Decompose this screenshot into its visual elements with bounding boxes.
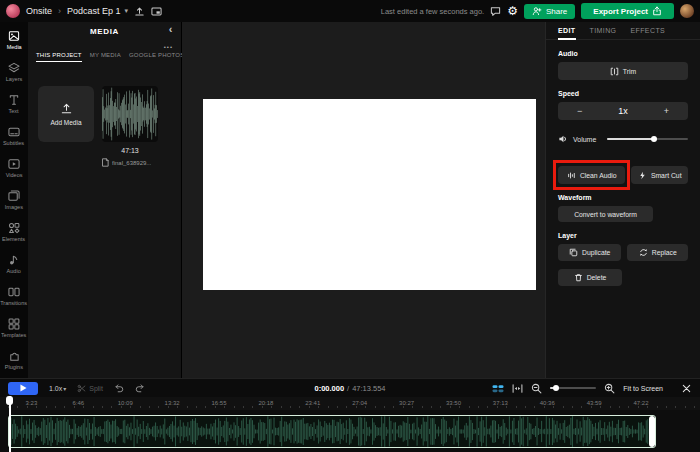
fit-to-screen-button[interactable]: Fit to Screen: [623, 385, 663, 392]
clean-audio-label: Clean Audio: [580, 172, 617, 179]
subtitles-icon: [8, 126, 20, 138]
timeline-ruler[interactable]: 3:236:4610:0913:3216:5520:1823:4127:0430…: [0, 397, 700, 410]
ruler-timestamp: 30:27: [383, 397, 430, 410]
sidebar-item-media[interactable]: Media: [0, 24, 28, 56]
timeline-zoom-slider[interactable]: [550, 387, 596, 389]
zoom-slider-knob[interactable]: [553, 385, 559, 391]
clip-trim-handle[interactable]: [649, 416, 655, 447]
collapse-panel-icon[interactable]: ‹: [169, 24, 173, 35]
sidebar-item-label: Media: [6, 44, 21, 50]
sidebar-item-templates[interactable]: Templates: [0, 312, 28, 344]
media-filename: final_638929...: [112, 160, 151, 166]
media-thumbnail[interactable]: [102, 86, 158, 142]
top-bar: Onsite › Podcast Ep 1 ▾ Last edited a fe…: [0, 0, 700, 22]
trim-button[interactable]: Trim: [558, 62, 688, 80]
sidebar-item-audio[interactable]: Audio: [0, 248, 28, 280]
elements-icon: [8, 222, 20, 234]
tab-edit[interactable]: EDIT: [558, 22, 576, 40]
audio-actions-row: Clean Audio Smart Cut: [558, 166, 688, 184]
zoom-slider-fill: [550, 387, 556, 389]
export-project-button[interactable]: Export Project: [581, 3, 674, 19]
share-button[interactable]: Share: [524, 4, 575, 19]
workspace-avatar[interactable]: [6, 4, 20, 18]
sidebar-item-label: Images: [5, 204, 23, 210]
zoom-in-icon[interactable]: [604, 383, 615, 394]
sidebar-item-label: Layers: [6, 76, 23, 82]
last-edited-status: Last edited a few seconds ago.: [381, 7, 484, 16]
clean-audio-button[interactable]: Clean Audio: [558, 166, 625, 184]
video-preview[interactable]: [203, 99, 536, 290]
speed-decrease-button[interactable]: −: [558, 102, 601, 120]
undo-button[interactable]: [114, 383, 124, 393]
play-button[interactable]: [8, 382, 38, 395]
tab-effects[interactable]: EFFECTS: [630, 22, 665, 39]
ruler-timestamp: 3:23: [8, 397, 55, 410]
publish-icon[interactable]: [134, 6, 145, 17]
zoom-out-icon[interactable]: [531, 383, 542, 394]
media-filename-row: final_638929...: [102, 158, 158, 167]
redo-button[interactable]: [135, 383, 145, 393]
track-lanes-icon[interactable]: [492, 384, 504, 393]
sidebar-item-label: Videos: [6, 172, 23, 178]
file-icon: [102, 158, 109, 167]
export-icon: [652, 6, 662, 16]
split-button[interactable]: Split: [77, 384, 103, 393]
ruler-timestamp: 6:46: [55, 397, 102, 410]
settings-gear-icon[interactable]: ⚙: [507, 5, 518, 17]
replace-button[interactable]: Replace: [627, 244, 688, 261]
sidebar-item-subtitles[interactable]: Subtitles: [0, 120, 28, 152]
tool-sidebar: Media Layers Text Subtitles Videos Image…: [0, 22, 28, 378]
convert-to-waveform-button[interactable]: Convert to waveform: [558, 206, 653, 222]
volume-slider-fill: [607, 138, 654, 140]
resize-canvas-icon[interactable]: [151, 6, 162, 17]
redo-icon: [135, 383, 145, 393]
volume-slider[interactable]: [607, 138, 688, 140]
close-icon[interactable]: [681, 383, 692, 394]
tab-timing[interactable]: TIMING: [590, 22, 617, 39]
sidebar-item-plugins[interactable]: Plugins: [0, 344, 28, 376]
panel-menu-icon[interactable]: •••: [164, 44, 173, 50]
sidebar-item-images[interactable]: Images: [0, 184, 28, 216]
delete-button[interactable]: Delete: [558, 269, 622, 286]
sidebar-item-label: Text: [9, 108, 19, 114]
audio-track-clip[interactable]: [8, 415, 656, 448]
timeline-right-controls: Fit to Screen: [492, 383, 692, 394]
chevron-down-icon: ▾: [63, 385, 66, 392]
sidebar-item-label: Plugins: [5, 364, 23, 370]
project-title[interactable]: Podcast Ep 1: [67, 6, 121, 16]
video-editor-app: Onsite › Podcast Ep 1 ▾ Last edited a fe…: [0, 0, 700, 452]
volume-slider-knob[interactable]: [651, 136, 657, 142]
smart-cut-button[interactable]: Smart Cut: [631, 166, 688, 184]
upload-icon: [60, 102, 73, 115]
scissors-icon: [77, 384, 86, 393]
tab-google-photos[interactable]: GOOGLE PHOTOS: [129, 52, 185, 62]
audio-icon: [8, 254, 20, 266]
speed-stepper: − 1x +: [558, 102, 688, 120]
media-panel-title: MEDIA: [90, 27, 119, 36]
clean-audio-icon: [567, 171, 576, 180]
ruler-timestamp: 27:04: [336, 397, 383, 410]
fit-selection-icon[interactable]: [512, 383, 523, 394]
sidebar-item-elements[interactable]: Elements: [0, 216, 28, 248]
sidebar-item-layers[interactable]: Layers: [0, 56, 28, 88]
speed-increase-button[interactable]: +: [645, 102, 688, 120]
speed-section-label: Speed: [558, 90, 688, 97]
convert-to-waveform-label: Convert to waveform: [574, 211, 637, 218]
duplicate-button[interactable]: Duplicate: [558, 244, 621, 261]
tab-this-project[interactable]: THIS PROJECT: [36, 52, 82, 62]
project-caret-icon[interactable]: ▾: [125, 7, 129, 15]
playhead-handle[interactable]: [6, 396, 13, 405]
comments-icon[interactable]: [490, 6, 501, 17]
sidebar-item-text[interactable]: Text: [0, 88, 28, 120]
media-item-card[interactable]: 47:13 final_638929...: [102, 86, 158, 167]
trash-icon: [574, 273, 583, 282]
playhead[interactable]: [6, 396, 13, 452]
sidebar-item-transitions[interactable]: Transitions: [0, 280, 28, 312]
add-media-button[interactable]: Add Media: [38, 86, 94, 142]
playback-rate-dropdown[interactable]: 1.0x ▾: [49, 385, 66, 392]
workspace-name[interactable]: Onsite: [26, 6, 52, 16]
media-duration: 47:13: [102, 147, 158, 154]
user-avatar[interactable]: [680, 4, 694, 18]
sidebar-item-videos[interactable]: Videos: [0, 152, 28, 184]
tab-my-media[interactable]: MY MEDIA: [90, 52, 121, 62]
